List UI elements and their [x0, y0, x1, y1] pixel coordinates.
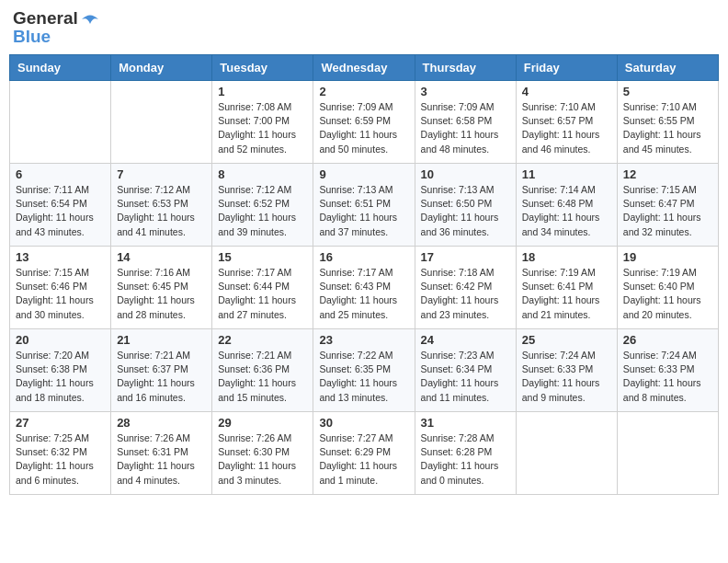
cell-content: Sunrise: 7:26 AMSunset: 6:31 PMDaylight:…: [117, 431, 206, 488]
day-number: 20: [16, 333, 105, 347]
sunrise-text: Sunrise: 7:21 AM: [117, 350, 190, 361]
calendar-table: SundayMondayTuesdayWednesdayThursdayFrid…: [9, 54, 719, 495]
sunset-text: Sunset: 6:34 PM: [421, 363, 493, 374]
calendar-header-row: SundayMondayTuesdayWednesdayThursdayFrid…: [10, 54, 719, 80]
daylight-text: Daylight: 11 hours and 21 minutes.: [522, 294, 600, 319]
sunset-text: Sunset: 6:50 PM: [421, 198, 493, 209]
sunset-text: Sunset: 6:44 PM: [218, 281, 290, 292]
sunrise-text: Sunrise: 7:09 AM: [421, 101, 495, 112]
cell-content: Sunrise: 7:15 AMSunset: 6:46 PMDaylight:…: [16, 266, 105, 322]
day-number: 11: [522, 167, 611, 181]
sunrise-text: Sunrise: 7:10 AM: [522, 101, 596, 112]
day-number: 25: [522, 333, 611, 347]
sunset-text: Sunset: 6:53 PM: [117, 198, 188, 209]
calendar-cell: 27Sunrise: 7:25 AMSunset: 6:32 PMDayligh…: [10, 411, 111, 494]
daylight-text: Daylight: 11 hours and 28 minutes.: [117, 294, 195, 319]
cell-content: Sunrise: 7:13 AMSunset: 6:50 PMDaylight:…: [421, 183, 510, 239]
day-number: 14: [117, 250, 206, 264]
cell-content: Sunrise: 7:10 AMSunset: 6:55 PMDaylight:…: [623, 100, 712, 156]
sunrise-text: Sunrise: 7:15 AM: [16, 267, 89, 278]
daylight-text: Daylight: 11 hours and 52 minutes.: [218, 129, 296, 154]
day-number: 30: [319, 416, 408, 430]
daylight-text: Daylight: 11 hours and 46 minutes.: [522, 129, 600, 154]
calendar-cell: 29Sunrise: 7:26 AMSunset: 6:30 PMDayligh…: [212, 411, 313, 494]
cell-content: Sunrise: 7:08 AMSunset: 7:00 PMDaylight:…: [218, 100, 307, 156]
sunrise-text: Sunrise: 7:19 AM: [522, 267, 596, 278]
sunrise-text: Sunrise: 7:26 AM: [117, 432, 190, 443]
day-number: 23: [319, 333, 408, 347]
sunrise-text: Sunrise: 7:24 AM: [522, 350, 596, 361]
cell-content: Sunrise: 7:10 AMSunset: 6:57 PMDaylight:…: [522, 100, 611, 156]
calendar-cell: 7Sunrise: 7:12 AMSunset: 6:53 PMDaylight…: [111, 163, 212, 246]
sunrise-text: Sunrise: 7:28 AM: [421, 432, 495, 443]
sunrise-text: Sunrise: 7:11 AM: [16, 184, 89, 195]
sunrise-text: Sunrise: 7:10 AM: [623, 101, 697, 112]
sunrise-text: Sunrise: 7:13 AM: [421, 184, 495, 195]
calendar-cell: 3Sunrise: 7:09 AMSunset: 6:58 PMDaylight…: [415, 80, 516, 163]
day-of-week-header: Thursday: [415, 54, 516, 80]
sunrise-text: Sunrise: 7:12 AM: [117, 184, 190, 195]
calendar-cell: 6Sunrise: 7:11 AMSunset: 6:54 PMDaylight…: [10, 163, 111, 246]
sunset-text: Sunset: 6:42 PM: [421, 281, 493, 292]
daylight-text: Daylight: 11 hours and 48 minutes.: [421, 129, 499, 154]
sunrise-text: Sunrise: 7:27 AM: [319, 432, 392, 443]
sunset-text: Sunset: 6:58 PM: [421, 115, 493, 126]
calendar-cell: 16Sunrise: 7:17 AMSunset: 6:43 PMDayligh…: [313, 246, 415, 328]
sunrise-text: Sunrise: 7:17 AM: [319, 267, 392, 278]
page-header: General Blue: [9, 9, 719, 47]
day-of-week-header: Tuesday: [212, 54, 313, 80]
calendar-cell: 1Sunrise: 7:08 AMSunset: 7:00 PMDaylight…: [212, 80, 313, 163]
cell-content: Sunrise: 7:19 AMSunset: 6:40 PMDaylight:…: [623, 266, 712, 322]
daylight-text: Daylight: 11 hours and 25 minutes.: [319, 294, 397, 319]
day-number: 31: [421, 416, 510, 430]
calendar-week-row: 13Sunrise: 7:15 AMSunset: 6:46 PMDayligh…: [10, 246, 719, 328]
sunset-text: Sunset: 6:31 PM: [117, 446, 188, 457]
daylight-text: Daylight: 11 hours and 16 minutes.: [117, 377, 195, 402]
sunset-text: Sunset: 6:54 PM: [16, 198, 87, 209]
calendar-cell: 18Sunrise: 7:19 AMSunset: 6:41 PMDayligh…: [516, 246, 617, 328]
day-number: 12: [623, 167, 712, 181]
cell-content: Sunrise: 7:17 AMSunset: 6:44 PMDaylight:…: [218, 266, 307, 322]
daylight-text: Daylight: 11 hours and 37 minutes.: [319, 212, 397, 236]
day-number: 16: [319, 250, 408, 264]
day-of-week-header: Saturday: [617, 54, 718, 80]
day-number: 9: [319, 167, 408, 181]
daylight-text: Daylight: 11 hours and 3 minutes.: [218, 460, 296, 485]
calendar-week-row: 6Sunrise: 7:11 AMSunset: 6:54 PMDaylight…: [10, 163, 719, 246]
sunrise-text: Sunrise: 7:21 AM: [218, 350, 291, 361]
sunset-text: Sunset: 6:57 PM: [522, 115, 594, 126]
calendar-cell: 31Sunrise: 7:28 AMSunset: 6:28 PMDayligh…: [415, 411, 516, 494]
day-number: 21: [117, 333, 206, 347]
daylight-text: Daylight: 11 hours and 39 minutes.: [218, 212, 296, 236]
daylight-text: Daylight: 11 hours and 15 minutes.: [218, 377, 296, 402]
sunrise-text: Sunrise: 7:14 AM: [522, 184, 596, 195]
day-number: 13: [16, 250, 105, 264]
day-number: 24: [421, 333, 510, 347]
day-number: 27: [16, 416, 105, 430]
sunrise-text: Sunrise: 7:12 AM: [218, 184, 291, 195]
calendar-cell: 17Sunrise: 7:18 AMSunset: 6:42 PMDayligh…: [415, 246, 516, 328]
day-number: 6: [16, 167, 105, 181]
sunrise-text: Sunrise: 7:23 AM: [421, 350, 495, 361]
daylight-text: Daylight: 11 hours and 23 minutes.: [421, 294, 499, 319]
cell-content: Sunrise: 7:19 AMSunset: 6:41 PMDaylight:…: [522, 266, 611, 322]
cell-content: Sunrise: 7:27 AMSunset: 6:29 PMDaylight:…: [319, 431, 408, 488]
calendar-cell: 26Sunrise: 7:24 AMSunset: 6:33 PMDayligh…: [617, 328, 718, 411]
day-number: 10: [421, 167, 510, 181]
daylight-text: Daylight: 11 hours and 27 minutes.: [218, 294, 296, 319]
day-of-week-header: Sunday: [10, 54, 111, 80]
cell-content: Sunrise: 7:16 AMSunset: 6:45 PMDaylight:…: [117, 266, 206, 322]
daylight-text: Daylight: 11 hours and 36 minutes.: [421, 212, 499, 236]
calendar-cell: [516, 411, 617, 494]
sunset-text: Sunset: 6:48 PM: [522, 198, 594, 209]
calendar-cell: 8Sunrise: 7:12 AMSunset: 6:52 PMDaylight…: [212, 163, 313, 246]
calendar-cell: 25Sunrise: 7:24 AMSunset: 6:33 PMDayligh…: [516, 328, 617, 411]
calendar-week-row: 27Sunrise: 7:25 AMSunset: 6:32 PMDayligh…: [10, 411, 719, 494]
calendar-cell: 20Sunrise: 7:20 AMSunset: 6:38 PMDayligh…: [10, 328, 111, 411]
daylight-text: Daylight: 11 hours and 34 minutes.: [522, 212, 600, 236]
sunset-text: Sunset: 7:00 PM: [218, 115, 290, 126]
logo: General Blue: [13, 9, 100, 47]
cell-content: Sunrise: 7:09 AMSunset: 6:59 PMDaylight:…: [319, 100, 408, 156]
day-of-week-header: Wednesday: [313, 54, 415, 80]
sunset-text: Sunset: 6:59 PM: [319, 115, 391, 126]
